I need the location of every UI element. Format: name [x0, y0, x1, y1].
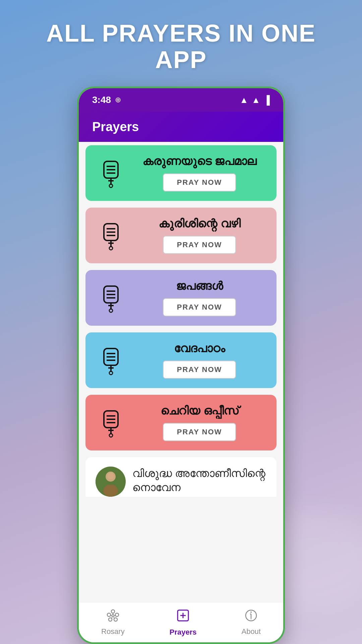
svg-point-6	[109, 184, 113, 187]
svg-point-39	[111, 610, 115, 613]
card-4-icon	[96, 343, 126, 377]
card-3-icon	[96, 281, 126, 315]
svg-point-54	[250, 611, 252, 613]
card-2-icon	[96, 219, 126, 252]
partial-card-title: വിശുദ്ധ അന്തോണീസിന്റെ നൊവേന	[132, 467, 265, 493]
pray-now-btn-3[interactable]: PRAY NOW	[163, 298, 236, 316]
status-bar: 3:48 ⊕ ▲ ▲ ▐	[79, 88, 283, 112]
wifi-icon: ▲	[240, 95, 248, 105]
rosary-nav-icon	[106, 609, 120, 625]
nav-item-about[interactable]: About	[241, 609, 261, 636]
card-4-title: വേദപാഠം	[174, 342, 225, 355]
card-5-icon	[96, 406, 126, 439]
pray-now-btn-2[interactable]: PRAY NOW	[163, 236, 236, 254]
prayer-card-3: ജപങ്ങൾ PRAY NOW	[85, 270, 277, 326]
app-title: Prayers	[92, 120, 139, 134]
about-nav-icon	[244, 609, 258, 625]
svg-point-37	[107, 473, 114, 479]
prayer-card-4: വേദപാഠം PRAY NOW	[85, 332, 277, 388]
svg-point-44	[112, 614, 114, 616]
card-1-title: കരുണയുടെ ജപമാല	[142, 155, 256, 168]
phone-frame: 3:48 ⊕ ▲ ▲ ▐ Prayers	[77, 87, 285, 644]
sim-icon: ⊕	[115, 96, 121, 104]
pray-now-btn-4[interactable]: PRAY NOW	[163, 361, 236, 379]
nav-label-rosary: Rosary	[101, 627, 125, 636]
signal-icon: ▲	[252, 95, 260, 105]
partial-avatar	[96, 467, 126, 497]
app-header: Prayers	[79, 112, 283, 142]
svg-point-34	[109, 434, 113, 437]
svg-line-48	[112, 617, 112, 619]
partial-card: വിശുദ്ധ അന്തോണീസിന്റെ നൊവേന	[85, 457, 277, 497]
battery-icon: ▐	[264, 95, 270, 105]
prayer-card-1: കരുണയുടെ ജപമാല PRAY NOW	[85, 145, 277, 201]
svg-point-27	[109, 371, 113, 375]
svg-point-40	[115, 613, 119, 616]
svg-line-47	[114, 617, 114, 619]
prayer-card-2: കുരിശിന്റെ വഴി PRAY NOW	[85, 208, 277, 263]
svg-point-43	[107, 613, 111, 616]
pray-now-btn-5[interactable]: PRAY NOW	[163, 423, 236, 441]
svg-point-20	[109, 309, 113, 312]
nav-label-about: About	[241, 627, 261, 636]
prayer-card-5: ചെറിയ ഒപ്പീസ് PRAY NOW	[85, 395, 277, 450]
nav-item-rosary[interactable]: Rosary	[101, 609, 125, 636]
card-5-title: ചെറിയ ഒപ്പീസ്	[161, 404, 238, 418]
card-3-title: ജപങ്ങൾ	[176, 279, 223, 293]
nav-item-prayers[interactable]: Prayers	[170, 608, 197, 637]
prayers-nav-icon	[176, 608, 190, 626]
bottom-nav: Rosary Prayers	[79, 602, 283, 642]
card-1-icon	[96, 156, 126, 190]
headline: ALL PRAYERS IN ONE APP	[0, 0, 362, 87]
status-time: 3:48	[92, 95, 111, 105]
svg-point-38	[103, 485, 118, 497]
nav-label-prayers: Prayers	[170, 628, 197, 637]
card-2-title: കുരിശിന്റെ വഴി	[159, 217, 240, 230]
pray-now-btn-1[interactable]: PRAY NOW	[163, 173, 236, 192]
cards-container: കരുണയുടെ ജപമാല PRAY NOW കുരിശിന്റെ വഴി	[79, 142, 283, 602]
svg-point-13	[109, 247, 113, 250]
svg-point-55	[251, 619, 252, 620]
